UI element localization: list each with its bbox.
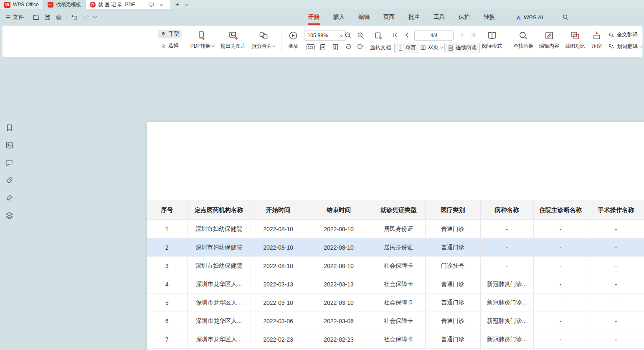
rotate-right-icon[interactable]: [357, 43, 364, 51]
menu-convert[interactable]: 转换: [483, 13, 496, 21]
menu-home[interactable]: 开始: [307, 13, 320, 21]
single-page-icon: [398, 45, 403, 51]
fit-height-icon[interactable]: [332, 43, 339, 51]
table-cell: 普通门诊: [425, 275, 480, 294]
page-number-input[interactable]: 4/4: [414, 31, 454, 41]
read-mode-label: 阅读模式: [482, 43, 502, 50]
menu-comment[interactable]: 批注: [408, 13, 421, 21]
docer-tab[interactable]: 找稻壳模板: [43, 0, 86, 9]
signature-icon[interactable]: [5, 193, 14, 202]
bookmark-icon[interactable]: [5, 123, 14, 132]
zoom-in-icon[interactable]: [357, 31, 365, 39]
full-translate-label: 全文翻译: [617, 31, 638, 38]
menu-edit[interactable]: 编辑: [357, 13, 370, 21]
table-cell: 社会保障卡: [372, 294, 425, 312]
history-chevron-icon[interactable]: [93, 15, 97, 19]
undo-icon[interactable]: [71, 14, 78, 21]
wps-home-tab[interactable]: W WPS Office: [0, 0, 43, 9]
search-icon[interactable]: [562, 14, 569, 20]
left-tool-rail: [5, 123, 14, 220]
first-page-icon[interactable]: [392, 31, 399, 38]
table-cell: -: [588, 349, 644, 350]
compress-button[interactable]: 压缩: [588, 31, 606, 50]
fit-page-icon[interactable]: [319, 43, 327, 51]
export-image-button[interactable]: 输出为图片: [217, 31, 249, 50]
table-cell: 新冠肺炎门诊...: [480, 312, 533, 330]
tab-list-chevron-icon[interactable]: [182, 0, 191, 9]
prev-page-icon[interactable]: [403, 31, 411, 38]
double-page-button[interactable]: 双页: [420, 44, 443, 51]
new-tab-button[interactable]: +: [172, 0, 182, 9]
document-workspace: 序号定点医药机构名称开始时间结束时间就诊凭证类型医疗类别病种名称住院主诊断名称手…: [0, 57, 644, 350]
table-cell: -: [533, 257, 588, 275]
table-cell: 2022-03-06: [251, 312, 306, 330]
table-cell: 深圳市龙华区人...: [187, 312, 251, 330]
table-cell: -: [588, 275, 644, 294]
single-page-button[interactable]: 单页: [394, 43, 419, 53]
monitor-icon[interactable]: [148, 2, 154, 8]
table-cell: 普通门诊: [425, 312, 480, 330]
read-mode-button[interactable]: 阅读模式: [479, 31, 505, 50]
continuous-read-label: 连续阅读: [456, 44, 477, 51]
split-merge-label: 拆分合并: [252, 43, 272, 50]
continuous-read-button[interactable]: 连续阅读: [444, 43, 480, 53]
comment-panel-icon[interactable]: [5, 158, 14, 167]
redo-icon[interactable]: [82, 14, 89, 21]
rotate-doc-button[interactable]: 旋转文档: [370, 44, 391, 51]
next-page-icon[interactable]: [459, 31, 466, 38]
edit-content-label: 编辑内容: [539, 43, 559, 50]
menu-tools[interactable]: 工具: [433, 13, 446, 21]
chevron-down-icon: [273, 44, 276, 47]
zoom-select[interactable]: 105.88%: [304, 31, 346, 41]
find-replace-button[interactable]: 查找替换: [510, 31, 536, 50]
table-cell: 2022-08-10: [306, 257, 372, 275]
menu-insert[interactable]: 插入: [332, 13, 345, 21]
table-cell: -: [480, 349, 533, 350]
table-cell: 2021-03-15: [306, 349, 372, 350]
menu-page[interactable]: 页面: [383, 13, 396, 21]
divider: [28, 14, 28, 20]
column-header: 病种名称: [480, 200, 533, 220]
read-mode-icon: [487, 31, 497, 41]
edit-content-button[interactable]: 编辑内容: [536, 31, 562, 50]
table-cell: 6: [147, 312, 187, 330]
hand-tool-button[interactable]: 手型: [158, 30, 182, 38]
screenshot-compare-button[interactable]: 截图对比: [562, 31, 588, 50]
fit-width-icon[interactable]: [374, 31, 383, 40]
save-icon[interactable]: [44, 14, 51, 21]
word-translate-button[interactable]: 划词翻译: [608, 43, 642, 50]
zoom-out-icon[interactable]: [344, 31, 352, 39]
pdf-convert-button[interactable]: PDF转换: [187, 31, 217, 50]
select-tool-button[interactable]: 选择: [158, 41, 182, 50]
split-merge-button[interactable]: 拆分合并: [248, 31, 279, 50]
compress-label: 压缩: [592, 43, 602, 50]
table-cell: 社会保障卡: [372, 349, 425, 350]
table-row: 6深圳市龙华区人...2022-03-062022-03-06社会保障卡普通门诊…: [147, 312, 644, 330]
table-cell: 2: [147, 238, 187, 257]
last-page-icon[interactable]: [469, 31, 477, 38]
table-cell: 新冠肺炎门诊...: [480, 294, 533, 312]
open-folder-icon[interactable]: [33, 14, 40, 21]
export-image-label: 输出为图片: [221, 43, 246, 50]
column-header: 就诊凭证类型: [372, 200, 425, 220]
table-cell: 社会保障卡: [372, 312, 425, 330]
file-menu-button[interactable]: 文件: [5, 13, 24, 21]
print-icon[interactable]: [55, 14, 62, 21]
full-translate-button[interactable]: 全文翻译: [608, 31, 638, 38]
actual-size-button[interactable]: 1:1: [307, 44, 314, 50]
play-button[interactable]: 播放: [284, 31, 302, 50]
menu-protect[interactable]: 保护: [458, 13, 471, 21]
rotate-left-icon[interactable]: [344, 43, 352, 51]
close-tab-icon[interactable]: ×: [157, 2, 166, 8]
table-cell: -: [588, 238, 644, 257]
table-cell: 深圳市妇幼保健院: [187, 238, 251, 257]
thumbnail-panel-icon[interactable]: [5, 141, 14, 150]
table-cell: 深圳市妇幼保健院: [187, 257, 251, 275]
wps-ai-button[interactable]: WPS AI: [515, 14, 543, 20]
table-cell: 居民身份证: [372, 238, 425, 257]
column-header: 序号: [147, 200, 187, 220]
wps-logo-icon: W: [4, 2, 10, 8]
document-tab[interactable]: P 就 医 记 录 .PDF ×: [86, 0, 170, 9]
tag-icon[interactable]: [5, 176, 14, 185]
layers-icon[interactable]: [5, 211, 14, 220]
